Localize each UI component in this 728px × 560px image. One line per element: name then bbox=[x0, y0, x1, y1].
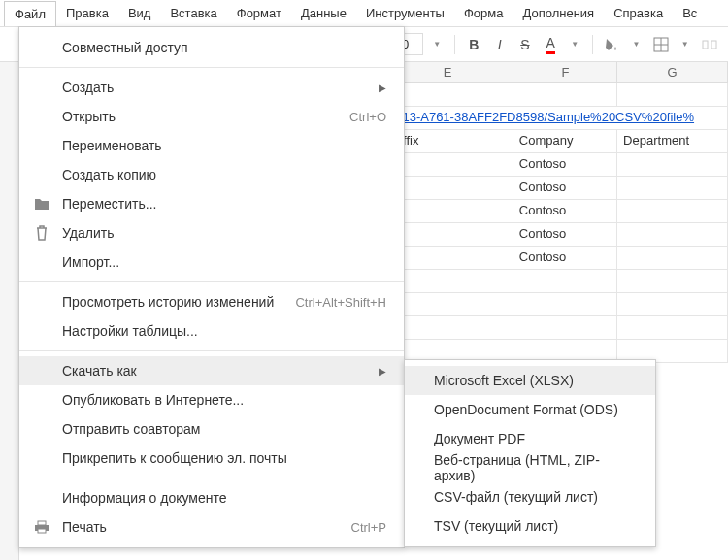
menu-tools[interactable]: Инструменты bbox=[356, 1, 454, 25]
menu-item-create[interactable]: Создать▶ bbox=[19, 73, 404, 102]
submenu-item-html[interactable]: Веб-страница (HTML, ZIP-архив) bbox=[405, 453, 655, 482]
svg-rect-4 bbox=[711, 41, 716, 49]
text-color-button[interactable]: A bbox=[540, 33, 561, 56]
submenu-item-ods[interactable]: OpenDocument Format (ODS) bbox=[405, 395, 655, 424]
row-header-gutter bbox=[0, 62, 19, 560]
svg-rect-5 bbox=[38, 521, 46, 525]
menu-item-share[interactable]: Совместный доступ bbox=[19, 33, 404, 62]
col-header-g[interactable]: G bbox=[617, 62, 728, 83]
chevron-down-icon[interactable]: ▼ bbox=[565, 40, 584, 49]
download-submenu: Microsoft Excel (XLSX) OpenDocument Form… bbox=[404, 359, 656, 547]
menu-insert[interactable]: Вставка bbox=[160, 1, 226, 25]
menu-item-history[interactable]: Просмотреть историю измененийCtrl+Alt+Sh… bbox=[19, 287, 404, 316]
menu-item-delete[interactable]: Удалить bbox=[19, 218, 404, 247]
menu-help[interactable]: Справка bbox=[604, 1, 673, 25]
menu-overflow[interactable]: Вс bbox=[673, 1, 707, 25]
menu-item-info[interactable]: Информация о документе bbox=[19, 483, 404, 512]
menu-format[interactable]: Формат bbox=[227, 1, 291, 25]
menu-item-email-collab[interactable]: Отправить соавторам bbox=[19, 414, 404, 444]
submenu-item-xlsx[interactable]: Microsoft Excel (XLSX) bbox=[405, 366, 655, 395]
folder-icon bbox=[33, 195, 50, 213]
menu-form[interactable]: Форма bbox=[454, 1, 513, 25]
fill-color-button[interactable] bbox=[601, 33, 622, 56]
chevron-down-icon[interactable]: ▼ bbox=[627, 40, 646, 49]
menu-file[interactable]: Файл bbox=[4, 1, 56, 26]
chevron-down-icon[interactable]: ▼ bbox=[676, 40, 695, 49]
menu-item-open[interactable]: ОткрытьCtrl+O bbox=[19, 102, 404, 131]
menu-view[interactable]: Вид bbox=[118, 1, 161, 25]
borders-button[interactable] bbox=[649, 33, 671, 56]
merge-button[interactable] bbox=[699, 33, 720, 56]
file-menu-dropdown: Совместный доступ Создать▶ ОткрытьCtrl+O… bbox=[18, 26, 405, 548]
menu-item-attach[interactable]: Прикрепить к сообщению эл. почты bbox=[19, 444, 404, 473]
chevron-right-icon: ▶ bbox=[379, 82, 386, 93]
trash-icon bbox=[33, 224, 50, 242]
italic-button[interactable]: I bbox=[488, 33, 510, 56]
menu-edit[interactable]: Правка bbox=[56, 1, 118, 25]
menu-addons[interactable]: Дополнения bbox=[513, 1, 604, 25]
menu-item-print[interactable]: ПечатьCtrl+P bbox=[19, 512, 404, 542]
header-department[interactable]: Department bbox=[617, 130, 728, 153]
menu-item-rename[interactable]: Переименовать bbox=[19, 131, 404, 160]
menu-item-settings[interactable]: Настройки таблицы... bbox=[19, 316, 404, 346]
submenu-item-pdf[interactable]: Документ PDF bbox=[405, 424, 655, 453]
submenu-item-tsv[interactable]: TSV (текущий лист) bbox=[405, 511, 655, 541]
menu-item-publish[interactable]: Опубликовать в Интернете... bbox=[19, 385, 404, 414]
link-cell[interactable]: 1913-A761-38AFF2FD8598/Sample%20CSV%20fi… bbox=[382, 107, 728, 130]
svg-rect-7 bbox=[38, 529, 46, 533]
menu-item-move[interactable]: Переместить... bbox=[19, 189, 404, 218]
header-company[interactable]: Company bbox=[513, 130, 617, 153]
svg-rect-3 bbox=[703, 41, 708, 49]
chevron-down-icon[interactable]: ▼ bbox=[427, 40, 447, 49]
bold-button[interactable]: B bbox=[463, 33, 484, 56]
menubar: Файл Правка Вид Вставка Формат Данные Ин… bbox=[0, 0, 728, 27]
menu-item-copy[interactable]: Создать копию bbox=[19, 160, 404, 189]
col-header-f[interactable]: F bbox=[513, 62, 617, 83]
chevron-right-icon: ▶ bbox=[379, 366, 386, 377]
menu-item-download[interactable]: Скачать как▶ bbox=[19, 356, 404, 385]
submenu-item-csv[interactable]: CSV-файл (текущий лист) bbox=[405, 482, 655, 511]
strikethrough-button[interactable]: S bbox=[514, 33, 536, 56]
menu-item-import[interactable]: Импорт... bbox=[19, 247, 404, 277]
print-icon bbox=[33, 518, 50, 536]
menu-data[interactable]: Данные bbox=[291, 1, 356, 25]
